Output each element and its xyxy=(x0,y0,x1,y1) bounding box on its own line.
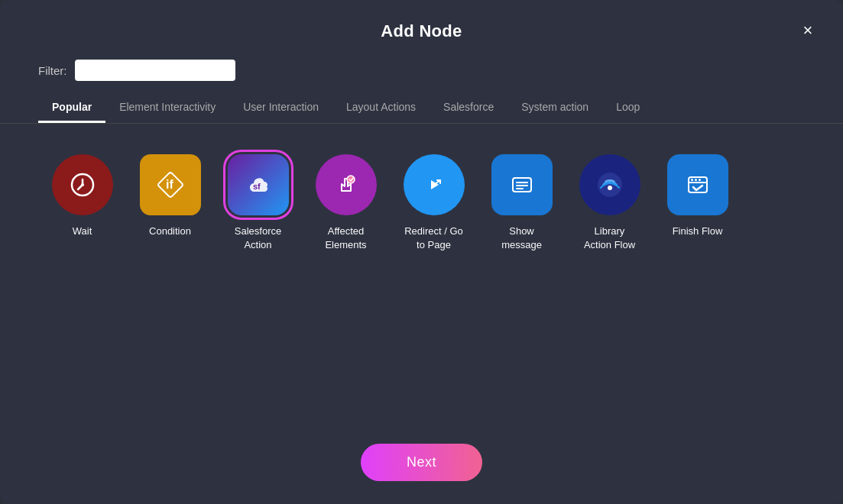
show-message-icon xyxy=(507,170,537,200)
finish-icon xyxy=(683,170,713,200)
filter-input[interactable] xyxy=(75,60,235,81)
condition-icon: if xyxy=(155,170,186,200)
next-button[interactable]: Next xyxy=(361,444,482,481)
library-icon xyxy=(595,170,625,200)
wait-label: Wait xyxy=(73,225,92,238)
node-redirect[interactable]: Redirect / Goto Page xyxy=(397,154,470,252)
tab-user-interaction[interactable]: User Interaction xyxy=(229,93,332,123)
tab-popular[interactable]: Popular xyxy=(38,93,105,123)
salesforce-action-label: SalesforceAction xyxy=(235,225,281,252)
salesforce-icon: sf xyxy=(243,170,274,200)
tab-salesforce[interactable]: Salesforce xyxy=(430,93,507,123)
affected-elements-label: AffectedElements xyxy=(325,225,366,252)
node-show-message[interactable]: Showmessage xyxy=(485,154,558,252)
svg-point-16 xyxy=(695,179,697,181)
modal-footer: Next xyxy=(0,428,843,504)
affected-icon-wrapper xyxy=(316,154,377,215)
wait-icon xyxy=(67,170,98,200)
condition-icon-wrapper: if xyxy=(140,154,201,215)
finish-flow-label: Finish Flow xyxy=(673,225,723,238)
node-library-action-flow[interactable]: LibraryAction Flow xyxy=(573,154,646,252)
tab-layout-actions[interactable]: Layout Actions xyxy=(332,93,430,123)
svg-point-11 xyxy=(598,173,622,197)
svg-point-12 xyxy=(608,186,612,190)
show-message-icon-wrapper xyxy=(491,154,553,215)
affected-icon xyxy=(331,170,362,200)
library-icon-wrapper xyxy=(579,154,640,215)
svg-text:if: if xyxy=(166,178,173,191)
tab-system-action[interactable]: System action xyxy=(507,93,602,123)
modal-header: Add Node × xyxy=(0,0,843,53)
finish-icon-wrapper xyxy=(667,154,728,215)
node-salesforce-action[interactable]: sf SalesforceAction xyxy=(222,154,294,252)
node-condition[interactable]: if Condition xyxy=(134,154,206,238)
salesforce-icon-wrapper: sf xyxy=(228,154,289,215)
tab-element-interactivity[interactable]: Element Interactivity xyxy=(105,93,229,123)
tabs-container: Popular Element Interactivity User Inter… xyxy=(0,93,843,124)
svg-point-17 xyxy=(699,179,701,181)
node-wait[interactable]: Wait xyxy=(46,154,118,238)
svg-text:sf: sf xyxy=(253,182,261,191)
tab-loop[interactable]: Loop xyxy=(602,93,653,123)
redirect-icon-wrapper xyxy=(404,154,465,215)
library-action-flow-label: LibraryAction Flow xyxy=(584,225,635,252)
node-affected-elements[interactable]: AffectedElements xyxy=(310,154,382,252)
svg-point-5 xyxy=(347,176,355,183)
node-finish-flow[interactable]: Finish Flow xyxy=(661,154,734,238)
svg-point-15 xyxy=(691,179,693,181)
redirect-label: Redirect / Goto Page xyxy=(404,225,463,252)
condition-label: Condition xyxy=(149,225,191,238)
svg-point-1 xyxy=(81,183,84,186)
redirect-icon xyxy=(419,170,449,200)
close-button[interactable]: × xyxy=(796,18,820,43)
wait-icon-wrapper xyxy=(52,154,113,215)
filter-row: Filter: xyxy=(0,53,843,93)
filter-label: Filter: xyxy=(38,64,67,77)
modal-title: Add Node xyxy=(381,21,462,41)
show-message-label: Showmessage xyxy=(501,225,542,252)
add-node-modal: Add Node × Filter: Popular Element Inter… xyxy=(0,0,843,504)
nodes-grid: Wait if Condition sf SalesforceAction xyxy=(0,124,843,283)
